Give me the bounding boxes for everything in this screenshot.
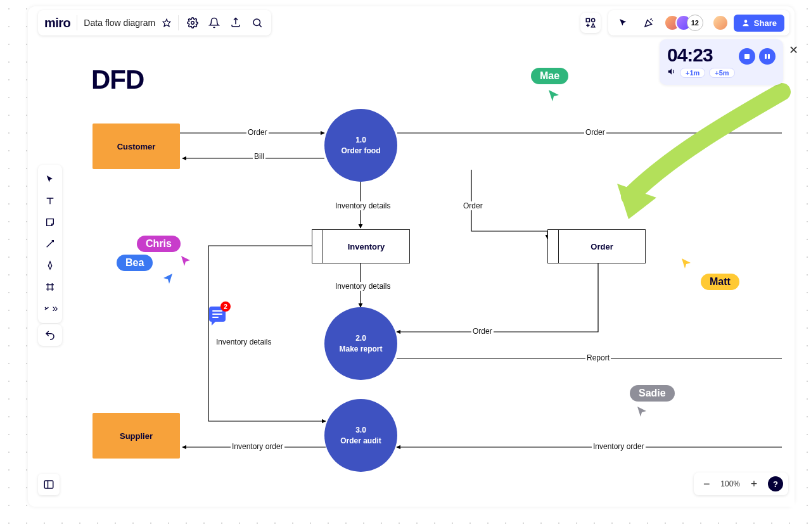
- svg-rect-5: [586, 18, 589, 22]
- process-make-report[interactable]: 2.0 Make report: [324, 307, 397, 380]
- comment-count-badge: 2: [220, 301, 231, 312]
- user-pill-matt: Matt: [701, 274, 739, 290]
- svg-line-4: [260, 25, 262, 27]
- left-toolbar: »: [38, 165, 62, 323]
- zoom-controls: − 100% + ?: [694, 472, 788, 495]
- user-pill-sadie: Sadie: [630, 385, 675, 402]
- svg-point-3: [253, 19, 260, 26]
- search-icon[interactable]: [250, 15, 265, 30]
- datastore-inventory[interactable]: Inventory: [312, 229, 410, 263]
- flow-label: Inventory order: [231, 442, 284, 451]
- timer-widget[interactable]: 04:23 +1m +5m ✕: [660, 39, 783, 85]
- diagram-canvas[interactable]: DFD Custome: [47, 38, 795, 507]
- process-order-food[interactable]: 1.0 Order food: [324, 109, 397, 182]
- board-name[interactable]: Data flow diagram: [84, 18, 155, 28]
- process-number: 2.0: [339, 333, 382, 344]
- timer-pause-button[interactable]: [759, 48, 776, 65]
- volume-icon[interactable]: [667, 67, 676, 78]
- confetti-icon[interactable]: [639, 13, 659, 33]
- timer-add-5m-button[interactable]: +5m: [709, 68, 734, 78]
- datastore-label: Order: [559, 242, 645, 251]
- cursor-icon: [547, 89, 561, 103]
- divider: [77, 15, 77, 30]
- timer-add-1m-button[interactable]: +1m: [680, 68, 705, 78]
- cursor-arrow-icon[interactable]: [613, 13, 634, 33]
- collab-group: 12 Share: [608, 10, 789, 35]
- cursor-icon: [180, 255, 193, 267]
- flow-label: Inventory details: [334, 282, 392, 291]
- settings-icon[interactable]: [185, 15, 200, 30]
- entity-label: Customer: [117, 142, 156, 151]
- star-icon[interactable]: [162, 15, 172, 30]
- zoom-out-button[interactable]: −: [699, 476, 714, 491]
- flow-label: Report: [585, 353, 611, 362]
- entity-supplier[interactable]: Supplier: [93, 413, 180, 459]
- svg-rect-11: [768, 54, 770, 59]
- flow-label: Inventory details: [215, 338, 272, 346]
- undo-button[interactable]: [38, 324, 62, 346]
- process-name: Make report: [339, 344, 382, 355]
- flow-label: Order: [246, 128, 269, 137]
- share-button[interactable]: Share: [734, 15, 784, 32]
- entity-label: Supplier: [120, 431, 153, 441]
- flow-label: Order: [584, 128, 606, 137]
- apps-icon[interactable]: [580, 13, 601, 33]
- own-avatar[interactable]: [712, 15, 729, 31]
- pen-tool-icon[interactable]: [42, 257, 58, 274]
- svg-marker-0: [163, 19, 170, 27]
- comment-icon[interactable]: 2: [209, 307, 226, 322]
- user-pill-bea: Bea: [117, 255, 153, 271]
- process-name: Order audit: [340, 436, 381, 446]
- process-order-audit[interactable]: 3.0 Order audit: [324, 399, 397, 472]
- flow-label: Order: [462, 201, 484, 210]
- datastore-label: Inventory: [323, 242, 409, 251]
- flow-label: Inventory details: [334, 201, 392, 210]
- frame-tool-icon[interactable]: [42, 279, 58, 295]
- process-number: 1.0: [342, 135, 381, 146]
- timer-close-icon[interactable]: ✕: [789, 43, 798, 57]
- top-right-cluster: 12 Share: [580, 10, 789, 35]
- divider: [178, 15, 179, 30]
- select-tool-icon[interactable]: [42, 171, 58, 187]
- cursor-icon: [680, 257, 693, 270]
- flow-label: Order: [471, 327, 494, 336]
- bell-icon[interactable]: [207, 15, 222, 30]
- export-icon[interactable]: [228, 15, 243, 30]
- svg-rect-12: [44, 481, 53, 488]
- datastore-bar: [547, 230, 559, 263]
- timer-stop-button[interactable]: [739, 48, 755, 65]
- participants-avatars[interactable]: 12: [664, 15, 703, 31]
- top-toolbar: miro Data flow diagram: [38, 10, 271, 35]
- panel-toggle-icon[interactable]: [38, 474, 60, 495]
- flow-label: Inventory order: [592, 442, 646, 451]
- svg-rect-9: [744, 54, 750, 59]
- connector-tool-icon[interactable]: [42, 236, 58, 252]
- diagram-title[interactable]: DFD: [91, 65, 144, 95]
- svg-point-8: [744, 20, 748, 23]
- share-button-label: Share: [754, 18, 777, 28]
- more-tools-icon[interactable]: »: [42, 300, 58, 317]
- process-number: 3.0: [340, 425, 381, 436]
- process-name: Order food: [342, 146, 381, 156]
- datastore-bar: [312, 230, 323, 263]
- zoom-percent[interactable]: 100%: [718, 479, 743, 488]
- cursor-icon: [636, 405, 649, 418]
- text-tool-icon[interactable]: [42, 193, 58, 209]
- cursor-icon: [161, 272, 174, 285]
- svg-rect-10: [765, 54, 767, 59]
- miro-logo-icon[interactable]: miro: [44, 16, 70, 30]
- svg-point-6: [591, 18, 594, 22]
- user-pill-chris: Chris: [137, 236, 181, 252]
- svg-marker-7: [591, 24, 594, 27]
- svg-point-1: [191, 22, 195, 25]
- zoom-in-button[interactable]: +: [746, 476, 762, 491]
- flow-label: Bill: [253, 152, 265, 161]
- sticky-note-tool-icon[interactable]: [42, 214, 58, 231]
- datastore-order[interactable]: Order: [547, 229, 646, 263]
- user-pill-mae: Mae: [531, 68, 568, 84]
- entity-customer[interactable]: Customer: [93, 124, 180, 169]
- help-button[interactable]: ?: [768, 476, 783, 491]
- participant-count: 12: [687, 15, 703, 31]
